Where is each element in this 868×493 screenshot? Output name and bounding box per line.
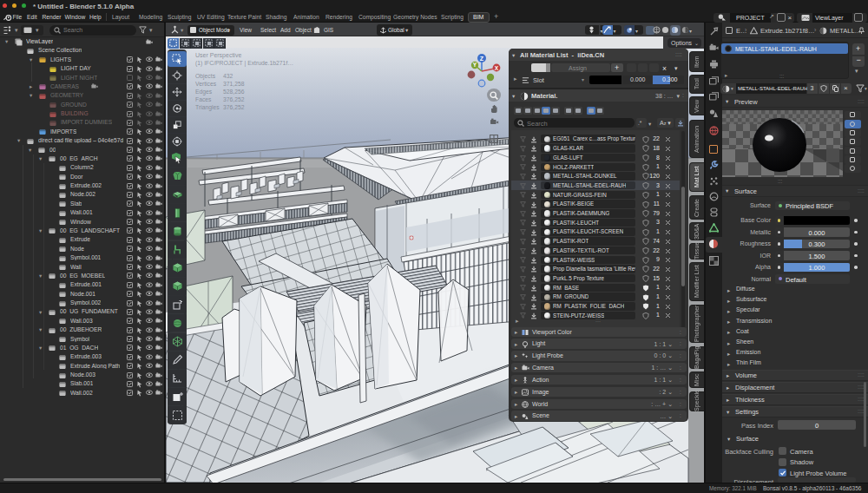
svg-text:X: X — [495, 65, 499, 71]
svg-text:Z: Z — [480, 56, 484, 62]
svg-text:Y: Y — [473, 62, 477, 68]
